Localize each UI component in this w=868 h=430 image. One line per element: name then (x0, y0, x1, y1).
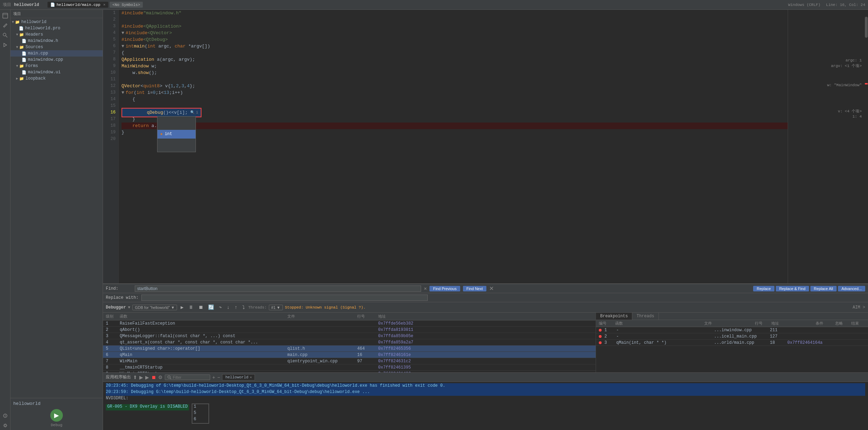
project-sidebar: 项目 ▼ 📁 helloworld 📄 helloworld.pro ▼ 📁 H… (10, 10, 103, 430)
code-line-15 (122, 103, 788, 109)
code-line-6: ▼int main(int argc, char *argv[]) (122, 43, 788, 50)
code-content[interactable]: #include "mainwindow.h" #include <QAppli… (119, 10, 788, 283)
thread-select-btn[interactable]: #1 ▼ (269, 305, 283, 310)
advanced-button[interactable]: Advanced... (838, 286, 865, 291)
top-bar: 项目 helloworld 📄 helloworld/main.cpp × <N… (0, 0, 868, 10)
autocomplete-dropdown[interactable]: ◆ int (157, 116, 196, 152)
output-tab-helloworld[interactable]: helloworld ✕ (222, 374, 255, 380)
tab-close-icon[interactable]: × (103, 3, 105, 7)
output-tab-close-icon[interactable]: ✕ (250, 375, 252, 379)
output-icon-1[interactable]: ⬆ (133, 375, 137, 380)
code-line-13: ▼ for(int i=0;i<13;i++) (122, 89, 788, 96)
tree-item-sources[interactable]: ▼ 📁 Sources (10, 44, 103, 50)
gdb-label-btn[interactable]: GDB for "helloworld" ▼ (132, 305, 177, 310)
code-editor[interactable]: 1 2 3 4 5 6 7 8 9 10 11 12 13 14 15 16 1… (103, 10, 868, 283)
find-previous-button[interactable]: Find Previous (429, 286, 460, 291)
bp-dot-1 (599, 329, 602, 332)
bp-row-1[interactable]: 1 - ...inwindow.cpp 211 (全部) (596, 327, 868, 333)
stack-row-8[interactable]: 8 __tmainCRTStartup 0x7ff82461395 (103, 364, 596, 371)
debug-step-out-btn[interactable]: ↑ (233, 304, 239, 311)
debug-reset-btn[interactable]: 🔄 (207, 304, 215, 311)
folder-icon-loopback: 📁 (19, 76, 24, 81)
code-line-12: QVector<quint8> v{1,2,3,4}; (122, 83, 788, 89)
stack-panel: 级别 函数 文件 行号 地址 1 RaiseFailFastException … (103, 313, 596, 372)
bp-th-addr (676, 320, 701, 327)
output-num-5: 5 (192, 410, 208, 417)
output-header-label: 应用程序输出 (106, 374, 131, 380)
stack-row-1[interactable]: 1 RaiseFailFastException 0x7ffde56eb382 (103, 320, 596, 327)
icon-edit[interactable] (1, 21, 10, 30)
bp-row-2[interactable]: 2 - ...icell_main.cpp 127 (全部) (596, 333, 868, 340)
file-icon-ui: 📄 (22, 70, 27, 75)
debug-continue-btn[interactable]: ▶ (179, 304, 185, 311)
file-tab[interactable]: 📄 helloworld/main.cpp × (47, 2, 108, 8)
icon-debug-side[interactable] (1, 411, 10, 420)
tree-item-headers[interactable]: ▼ 📁 Headers (10, 31, 103, 38)
tree-arrow-headers: ▼ (16, 33, 18, 37)
output-stop-btn[interactable]: ⏹ (151, 375, 156, 380)
debug-run-to-line-btn[interactable]: ⤵ (241, 304, 246, 311)
tree-item-main-cpp[interactable]: 📄 main.cpp (10, 50, 103, 57)
platform-label: Windows (CRLF) (788, 3, 820, 7)
tree-item-loopback[interactable]: ▶ 📁 loopback (10, 75, 103, 82)
find-label: Find: (106, 286, 132, 291)
bp-dot-3 (599, 341, 602, 344)
tree-item-pro[interactable]: 📄 helloworld.pro (10, 25, 103, 31)
output-num-1: 1 (192, 404, 208, 410)
replace-all-button[interactable]: Replace All (810, 286, 837, 291)
stack-row-4[interactable]: 4 qt_assert_x(const char *, const char *… (103, 339, 596, 346)
code-line-7: { (122, 50, 788, 56)
scrollbar-thumb[interactable] (865, 17, 868, 38)
symbols-tab[interactable]: <No Symbols> (110, 2, 143, 8)
tree-item-mainwindow-cpp[interactable]: 📄 mainwindow.cpp (10, 57, 103, 63)
tree-arrow-root: ▼ (12, 20, 14, 24)
stack-row-3[interactable]: 3 QMessageLogger::fatal(const char *, ..… (103, 333, 596, 339)
icon-build[interactable] (1, 40, 10, 50)
debug-stop-btn[interactable]: ⏹ (197, 304, 205, 311)
tree-item-mainwindow-ui[interactable]: 📄 mainwindow.ui (10, 69, 103, 75)
output-settings-btn[interactable]: ⚙ (158, 375, 163, 380)
tree-project-root[interactable]: ▼ 📁 helloworld (10, 19, 103, 25)
replace-find-button[interactable]: Replace & Find (776, 286, 809, 291)
icon-search[interactable] (1, 31, 10, 40)
output-icon-2[interactable]: ▶ (139, 375, 143, 380)
stack-row-2[interactable]: 2 qAbort() 0x7ffda8193011 (103, 327, 596, 333)
debug-step-over-btn[interactable]: ↷ (218, 304, 223, 311)
output-minus-btn[interactable]: − (217, 375, 220, 380)
code-line-17: } (122, 116, 788, 123)
stack-row-7[interactable]: 7 WinMain qientrypoint_win.cpp 97 0x7ff8… (103, 358, 596, 364)
tab-breakpoints[interactable]: Breakpoints (596, 313, 632, 320)
file-icon-h: 📄 (22, 39, 27, 43)
find-clear-button[interactable]: ✕ (424, 286, 427, 291)
output-filter-input[interactable] (173, 375, 208, 379)
bp-row-3[interactable]: 3 qMain(int, char * *) ...orld/main.cpp … (596, 340, 868, 346)
editor-scrollbar[interactable] (865, 10, 868, 283)
tree-item-mainwindow-h[interactable]: 📄 mainwindow.h (10, 38, 103, 44)
bp-th-end: 结束 (848, 320, 868, 327)
stack-row-6[interactable]: 6 qMain main.cpp 16 0x7ff8246161e (103, 352, 596, 358)
output-content: 20:23:45: Debugging of G:\temp\build-hel… (103, 382, 868, 430)
debug-var-v-detail: 1: 4 (791, 114, 862, 119)
output-add-btn[interactable]: + (212, 375, 215, 380)
debug-run-button[interactable]: ▶ (50, 409, 63, 422)
code-line-1: #include "mainwindow.h" (122, 10, 788, 16)
output-icon-3[interactable]: ▶ (145, 375, 149, 380)
stack-row-5[interactable]: 5 QList<unsigned char>::operator[] qlist… (103, 346, 596, 352)
bp-th-line: 行号 (752, 320, 768, 327)
stack-table-body: 1 RaiseFailFastException 0x7ffde56eb382 … (103, 320, 596, 372)
icon-settings[interactable] (1, 421, 10, 430)
find-panel-close-button[interactable]: ✕ (489, 285, 494, 292)
tree-item-forms[interactable]: ▼ 📁 Forms (10, 63, 103, 69)
find-next-button[interactable]: Find Next (463, 286, 486, 291)
tree-arrow-sources: ▼ (16, 45, 18, 49)
replace-input[interactable] (141, 295, 428, 301)
debug-step-into-btn[interactable]: ↓ (225, 304, 231, 311)
right-panels: Breakpoints Threads 编号 函数 文件 行号 地址 条件 忽略… (596, 313, 868, 372)
replace-button[interactable]: Replace (753, 286, 774, 291)
svg-point-7 (5, 416, 6, 417)
icon-projects[interactable] (1, 11, 10, 20)
output-line-4: GR-005 - DX9 Overlay is DISABLED (106, 404, 189, 410)
find-input[interactable] (135, 286, 421, 292)
debug-interrupt-btn[interactable]: ⏸ (187, 304, 195, 311)
tab-threads[interactable]: Threads (632, 313, 659, 320)
